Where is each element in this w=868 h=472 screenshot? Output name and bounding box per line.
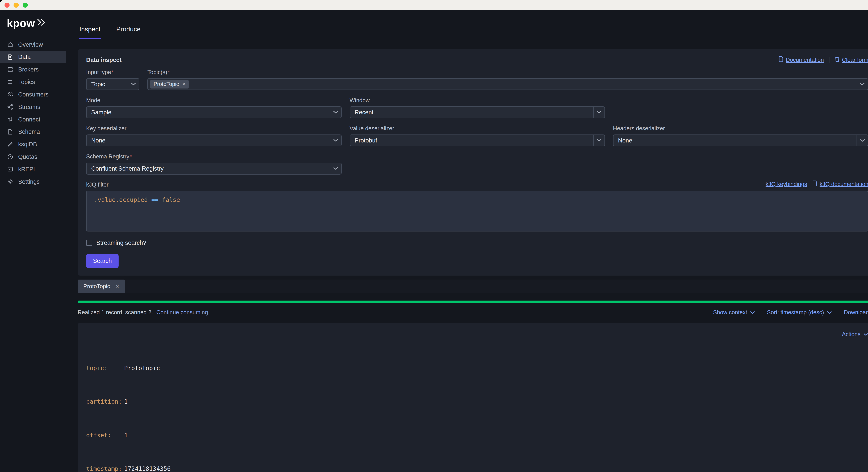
sidebar-item-label: Schema [18, 128, 40, 135]
kpow-chevrons-icon [36, 18, 48, 27]
sidebar-item-ksqldb[interactable]: ksqlDB [0, 138, 66, 151]
headers-deserializer-select[interactable]: None [613, 134, 868, 147]
sidebar-item-label: Quotas [18, 153, 37, 160]
sidebar-item-label: Brokers [18, 66, 38, 73]
sidebar-item-label: ksqlDB [18, 141, 37, 148]
sidebar-item-consumers[interactable]: Consumers [0, 88, 66, 101]
continue-consuming-link[interactable]: Continue consuming [156, 309, 208, 316]
schema-document-icon [7, 128, 13, 135]
key-deserializer-select[interactable]: None [86, 134, 342, 147]
divider [761, 309, 761, 315]
maximize-window-button[interactable] [23, 3, 28, 8]
tab-bar: Inspect Produce [66, 10, 868, 39]
minimize-window-button[interactable] [13, 3, 19, 8]
sidebar-item-brokers[interactable]: Brokers [0, 63, 66, 76]
document-icon [812, 180, 817, 188]
gauge-icon [7, 153, 13, 160]
users-icon [7, 91, 13, 98]
close-icon[interactable]: × [116, 283, 119, 290]
main-content: Inspect Produce Data inspect Documentati… [66, 10, 868, 472]
record-field: offset:1 [86, 431, 868, 439]
documentation-link[interactable]: Documentation [778, 56, 824, 64]
data-inspect-card: Data inspect Documentation Clear form [78, 49, 868, 276]
share-nodes-icon [7, 103, 13, 111]
server-icon [7, 66, 13, 73]
sort-control[interactable]: Sort: timestamp (desc) [767, 309, 832, 316]
sidebar-item-quotas[interactable]: Quotas [0, 151, 66, 163]
pencil-icon [7, 141, 13, 148]
trash-icon [835, 56, 840, 64]
kjq-documentation-link[interactable]: kJQ documentation [812, 180, 868, 188]
window-titlebar [0, 0, 868, 10]
home-icon [7, 41, 13, 48]
sidebar-item-topics[interactable]: Topics [0, 76, 66, 88]
sidebar-item-label: Settings [18, 178, 39, 185]
input-type-label: Input type* [86, 69, 140, 75]
app-window: kpow Overview Data Brokers Topics [0, 0, 868, 472]
tab-inspect[interactable]: Inspect [79, 26, 101, 39]
sidebar-item-label: Connect [18, 116, 40, 123]
window-select[interactable]: Recent [350, 106, 605, 118]
window-label: Window [350, 97, 605, 103]
chip-remove-icon[interactable]: × [182, 81, 185, 87]
record-card: Actions topic:ProtoTopic partition:1 off… [78, 323, 868, 472]
sidebar-item-connect[interactable]: Connect [0, 113, 66, 126]
kjq-keybindings-link[interactable]: kJQ keybindings [766, 181, 807, 187]
divider [838, 309, 838, 315]
gear-icon [7, 178, 13, 185]
chevron-down-icon [857, 79, 868, 90]
value-deserializer-select[interactable]: Protobuf [350, 134, 605, 147]
sidebar-item-krepl[interactable]: kREPL [0, 163, 66, 176]
topics-select[interactable]: ProtoTopic × [147, 78, 868, 90]
close-window-button[interactable] [4, 3, 9, 8]
terminal-icon [7, 166, 13, 172]
chevron-down-icon [593, 135, 604, 146]
sidebar-item-data[interactable]: Data [0, 51, 66, 63]
sidebar-item-label: Data [18, 54, 31, 60]
chevron-down-icon [750, 309, 755, 316]
chevron-down-icon [827, 309, 832, 316]
card-title: Data inspect [86, 57, 122, 63]
data-document-icon [7, 54, 13, 60]
status-text: Realized 1 record, scanned 2. [78, 309, 153, 316]
sidebar-item-overview[interactable]: Overview [0, 38, 66, 51]
chevron-down-icon [128, 79, 139, 90]
result-tab-bar: ProtoTopic × [78, 280, 868, 293]
logo-text: kpow [7, 17, 35, 29]
progress-bar [78, 301, 868, 303]
record-field: timestamp:1724118134356 [86, 465, 868, 472]
input-type-select[interactable]: Topic [86, 78, 140, 90]
sidebar-item-streams[interactable]: Streams [0, 101, 66, 113]
list-icon [7, 78, 13, 85]
download-control[interactable]: Download [844, 309, 868, 316]
headers-deserializer-label: Headers deserializer [613, 125, 868, 132]
mode-label: Mode [86, 97, 342, 103]
streaming-search-row[interactable]: Streaming search? [86, 240, 868, 246]
streaming-search-checkbox[interactable] [86, 240, 92, 246]
chevron-down-icon [330, 107, 341, 118]
sidebar-item-settings[interactable]: Settings [0, 176, 66, 188]
result-tab-prototopic[interactable]: ProtoTopic × [78, 280, 125, 293]
topic-chip[interactable]: ProtoTopic × [150, 80, 189, 89]
clear-form-link[interactable]: Clear form [835, 56, 868, 64]
sidebar-item-label: Topics [18, 78, 35, 85]
kjq-filter-editor[interactable]: .value.occupied == false [86, 191, 868, 231]
tab-produce[interactable]: Produce [116, 26, 141, 39]
chevron-down-icon [593, 107, 604, 118]
result-status-row: Realized 1 record, scanned 2. Continue c… [78, 309, 868, 316]
mode-select[interactable]: Sample [86, 106, 342, 118]
record-field: topic:ProtoTopic [86, 364, 868, 372]
connect-arrows-icon [7, 116, 13, 123]
schema-registry-select[interactable]: Confluent Schema Registry [86, 163, 342, 175]
record-body: topic:ProtoTopic partition:1 offset:1 ti… [86, 331, 868, 472]
sidebar-item-label: kREPL [18, 166, 37, 172]
sidebar-item-label: Consumers [18, 91, 49, 98]
schema-registry-label: Schema Registry* [86, 153, 342, 160]
search-button[interactable]: Search [86, 254, 119, 268]
chevron-down-icon [857, 135, 868, 146]
sidebar-item-label: Streams [18, 103, 40, 111]
chevron-down-icon [330, 163, 341, 174]
sidebar-item-schema[interactable]: Schema [0, 126, 66, 138]
record-actions-control[interactable]: Actions [842, 331, 868, 338]
show-context-control[interactable]: Show context [713, 309, 755, 316]
